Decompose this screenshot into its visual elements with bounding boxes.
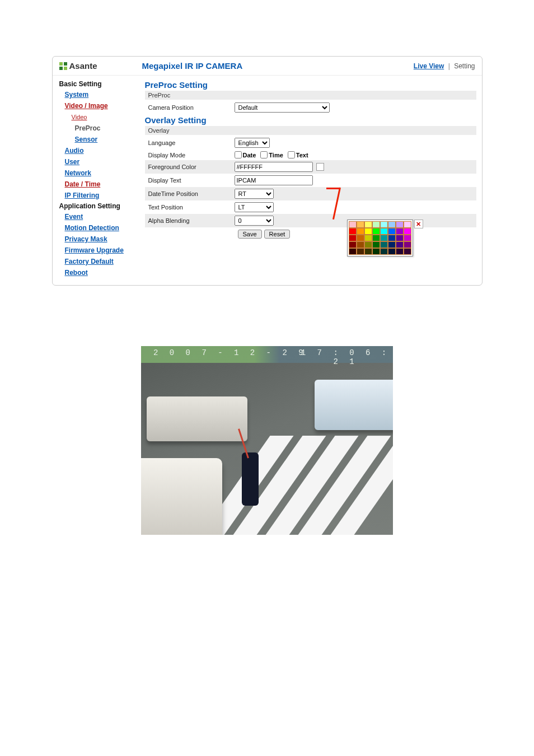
color-swatch[interactable] bbox=[396, 221, 404, 228]
color-swatch[interactable] bbox=[364, 235, 372, 241]
color-swatch[interactable] bbox=[364, 228, 372, 235]
color-swatch[interactable] bbox=[349, 241, 357, 248]
camera-preview: 2 0 0 7 - 1 2 - 2 9 1 7 : 0 6 : 2 1 bbox=[141, 346, 393, 535]
color-swatch[interactable] bbox=[396, 248, 404, 255]
color-swatch[interactable] bbox=[388, 248, 396, 255]
brand-name: Asante bbox=[69, 61, 97, 71]
color-swatch[interactable] bbox=[396, 241, 404, 248]
camera-position-select[interactable]: Default bbox=[235, 102, 330, 113]
color-swatch[interactable] bbox=[349, 235, 357, 241]
sidebar-item-firmware[interactable]: Firmware Upgrade bbox=[65, 246, 124, 254]
text-pos-select[interactable]: LT bbox=[235, 202, 274, 212]
sidebar: Basic Setting System Video / Image Video… bbox=[53, 76, 145, 285]
color-swatch[interactable] bbox=[396, 235, 404, 241]
svg-rect-3 bbox=[64, 67, 67, 70]
sidebar-item-date-time[interactable]: Date / Time bbox=[65, 180, 101, 188]
brand-logo: Asante bbox=[59, 61, 97, 71]
overlay-date: 2 0 0 7 - 1 2 - 2 9 bbox=[153, 348, 307, 357]
dt-pos-label: DateTime Position bbox=[145, 190, 235, 197]
fg-color-input[interactable] bbox=[235, 162, 313, 172]
color-swatch[interactable] bbox=[357, 235, 364, 241]
color-swatch[interactable] bbox=[404, 235, 411, 241]
color-swatch[interactable] bbox=[380, 221, 388, 228]
sidebar-item-sensor[interactable]: Sensor bbox=[75, 136, 98, 143]
setting-link: Setting bbox=[454, 62, 475, 70]
color-swatch[interactable] bbox=[349, 228, 357, 235]
brand-icon bbox=[59, 62, 67, 70]
text-pos-label: Text Position bbox=[145, 204, 235, 211]
color-swatch[interactable] bbox=[380, 248, 388, 255]
color-swatch[interactable] bbox=[372, 248, 380, 255]
sidebar-item-preproc[interactable]: PreProc bbox=[75, 124, 101, 132]
sidebar-item-factory[interactable]: Factory Default bbox=[65, 258, 114, 265]
nav-separator: | bbox=[448, 62, 450, 70]
dt-pos-select[interactable]: RT bbox=[235, 189, 274, 199]
sidebar-item-reboot[interactable]: Reboot bbox=[65, 269, 88, 277]
color-swatch[interactable] bbox=[380, 241, 388, 248]
language-label: Language bbox=[145, 139, 235, 146]
alpha-label: Alpha Blending bbox=[145, 217, 235, 224]
date-checkbox-label: Date bbox=[243, 152, 256, 158]
color-swatch[interactable] bbox=[396, 228, 404, 235]
overlay-bar: Overlay bbox=[145, 126, 476, 135]
time-checkbox[interactable] bbox=[260, 151, 268, 158]
sidebar-item-ip-filtering[interactable]: IP Filtering bbox=[65, 192, 100, 199]
fg-color-label: Foreground Color bbox=[145, 164, 235, 170]
sidebar-item-user[interactable]: User bbox=[65, 158, 80, 166]
color-swatch[interactable] bbox=[380, 228, 388, 235]
close-icon[interactable]: ✕ bbox=[414, 220, 423, 228]
display-text-input[interactable] bbox=[235, 175, 313, 185]
color-swatch[interactable] bbox=[349, 248, 357, 255]
save-button[interactable]: Save bbox=[238, 230, 262, 239]
color-swatch[interactable] bbox=[404, 221, 411, 228]
reset-button[interactable]: Reset bbox=[264, 230, 291, 239]
text-checkbox-label: Text bbox=[296, 152, 308, 158]
sidebar-item-video[interactable]: Video bbox=[72, 114, 87, 120]
annotation-arrow-icon bbox=[326, 188, 340, 189]
sidebar-item-video-image[interactable]: Video / Image bbox=[65, 102, 108, 110]
color-swatch[interactable] bbox=[357, 228, 364, 235]
text-checkbox[interactable] bbox=[288, 151, 295, 158]
overlay-time: 1 7 : 0 6 : 2 1 bbox=[298, 348, 393, 366]
date-checkbox[interactable] bbox=[235, 151, 242, 158]
sidebar-item-event[interactable]: Event bbox=[65, 213, 83, 221]
color-swatch[interactable] bbox=[404, 248, 411, 255]
sidebar-item-audio[interactable]: Audio bbox=[65, 147, 84, 155]
color-swatch[interactable] bbox=[372, 221, 380, 228]
sidebar-item-network[interactable]: Network bbox=[65, 169, 91, 177]
color-swatch[interactable] bbox=[380, 235, 388, 241]
color-swatch[interactable] bbox=[357, 248, 364, 255]
color-swatch[interactable] bbox=[364, 241, 372, 248]
sidebar-item-motion[interactable]: Motion Detection bbox=[65, 224, 119, 232]
color-swatch[interactable] bbox=[357, 241, 364, 248]
display-mode-label: Display Mode bbox=[145, 152, 235, 158]
color-swatch[interactable] bbox=[357, 221, 364, 228]
color-swatch[interactable] bbox=[372, 235, 380, 241]
header-nav: Live View | Setting bbox=[414, 62, 475, 70]
language-select[interactable]: English bbox=[235, 138, 270, 148]
svg-rect-1 bbox=[64, 62, 67, 66]
color-swatch[interactable] bbox=[372, 228, 380, 235]
preproc-bar: PreProc bbox=[145, 91, 476, 100]
basic-setting-header: Basic Setting bbox=[59, 79, 139, 89]
color-swatch-preview[interactable] bbox=[316, 163, 324, 171]
color-swatch[interactable] bbox=[388, 235, 396, 241]
color-swatch[interactable] bbox=[388, 228, 396, 235]
preview-car bbox=[147, 396, 247, 441]
preview-car bbox=[315, 380, 393, 430]
color-swatch[interactable] bbox=[404, 228, 411, 235]
app-header: Asante Megapixel IR IP CAMERA Live View … bbox=[53, 57, 482, 76]
color-swatch[interactable] bbox=[349, 221, 357, 228]
live-view-link[interactable]: Live View bbox=[414, 62, 444, 70]
color-swatch[interactable] bbox=[388, 221, 396, 228]
time-checkbox-label: Time bbox=[269, 152, 283, 158]
sidebar-item-system[interactable]: System bbox=[65, 91, 89, 99]
color-swatch[interactable] bbox=[388, 241, 396, 248]
color-swatch[interactable] bbox=[364, 221, 372, 228]
color-swatch[interactable] bbox=[364, 248, 372, 255]
preview-van bbox=[141, 458, 222, 535]
alpha-select[interactable]: 0 bbox=[235, 216, 274, 226]
color-swatch[interactable] bbox=[404, 241, 411, 248]
color-swatch[interactable] bbox=[372, 241, 380, 248]
sidebar-item-privacy[interactable]: Privacy Mask bbox=[65, 235, 107, 243]
